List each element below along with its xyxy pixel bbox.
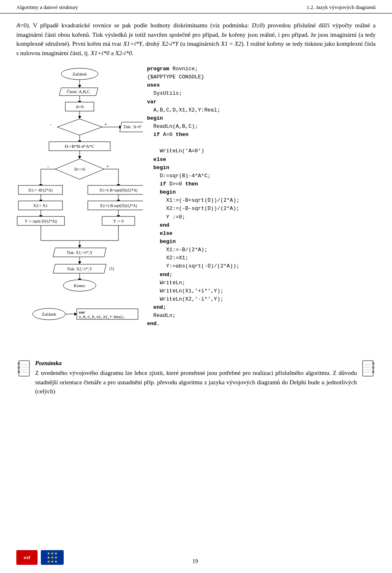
svg-text:X2:=(-B-sqrt(D))/(2*A): X2:=(-B-sqrt(D))/(2*A) [100, 204, 137, 208]
svg-text:Čtení: A,B,C: Čtení: A,B,C [67, 89, 90, 94]
footer-logos: esf ★★★★★★★★★ [16, 550, 64, 565]
note-icon-right [360, 360, 376, 378]
svg-text:Y := |sqrt(-D)/(2*A)|: Y := |sqrt(-D)/(2*A)| [25, 219, 57, 224]
svg-rect-89 [372, 370, 374, 373]
svg-text:Začátek: Začátek [42, 312, 56, 317]
note-icon-left [16, 360, 32, 378]
header-left: Algoritmy a datové struktury [16, 4, 78, 11]
page-number: 19 [64, 558, 327, 565]
svg-text:X1:=(-B+sqrt(D))/(2*A): X1:=(-B+sqrt(D))/(2*A) [99, 188, 138, 193]
note-content: Poznámka Z uvedeného vývojového diagramu… [35, 360, 357, 399]
svg-marker-59 [78, 245, 81, 248]
svg-rect-80 [18, 366, 20, 369]
svg-text:D>=0: D>=0 [74, 167, 85, 172]
eu-logo: ★★★★★★★★★ [41, 550, 64, 565]
svg-rect-88 [372, 366, 374, 369]
flowchart-svg: Začátek Čtení: A,B,C A=0 [16, 65, 143, 351]
svg-marker-63 [78, 261, 81, 264]
esf-logo: esf [16, 550, 38, 565]
svg-text:X2:= X1: X2:= X1 [33, 203, 47, 208]
svg-text:-: - [50, 122, 51, 127]
note-title: Poznámka [35, 360, 357, 367]
svg-marker-24 [78, 156, 81, 159]
svg-text:Tisk: X1,'+i*',Y: Tisk: X1,'+i*',Y [67, 250, 93, 255]
svg-text:+: + [106, 164, 109, 169]
svg-text:A=0: A=0 [76, 104, 84, 109]
svg-text:Y := 0: Y := 0 [113, 219, 123, 223]
svg-text:Tisk: X2,'-i*',Y: Tisk: X2,'-i*',Y [67, 267, 92, 271]
svg-marker-11 [78, 116, 81, 119]
svg-rect-87 [372, 362, 374, 365]
svg-rect-86 [363, 361, 373, 376]
svg-text:(1): (1) [109, 266, 114, 271]
svg-rect-79 [18, 362, 20, 365]
flowchart-area: Začátek Čtení: A,B,C A=0 [16, 65, 143, 352]
svg-text:Konec: Konec [74, 283, 86, 288]
svg-text:D:=B*B-4*A*C: D:=B*B-4*A*C [65, 144, 95, 149]
svg-text:X1:= -B/(2*A): X1:= -B/(2*A) [28, 188, 53, 193]
svg-text:+: + [104, 122, 107, 127]
svg-rect-81 [18, 370, 20, 373]
svg-text:A,B,C,D,X1,X2,Y:Real;: A,B,C,D,X1,X2,Y:Real; [79, 315, 125, 319]
page-footer: esf ★★★★★★★★★ 19 [0, 550, 392, 565]
svg-marker-12 [57, 119, 102, 135]
svg-text:Začátek: Začátek [73, 71, 87, 76]
svg-text:var: var [79, 311, 85, 315]
note-paragraph-1: Z uvedeného vývojového diagramu lze lehc… [35, 368, 357, 396]
svg-rect-78 [19, 361, 29, 376]
diagram-code-row: Začátek Čtení: A,B,C A=0 [16, 65, 376, 352]
intro-paragraph: A=0). V případě kvadratické rovnice se p… [16, 21, 376, 58]
svg-text:Tisk: 'A=0': Tisk: 'A=0' [123, 125, 141, 129]
header-right: 1.2. Jazyk vývojových diagramů [307, 4, 376, 11]
note-section: Poznámka Z uvedeného vývojového diagramu… [16, 360, 376, 399]
svg-text:-: - [47, 164, 49, 169]
svg-marker-3 [78, 85, 81, 88]
code-block: program Rovnice; {$APPTYPE CONSOLE} uses… [147, 65, 376, 328]
